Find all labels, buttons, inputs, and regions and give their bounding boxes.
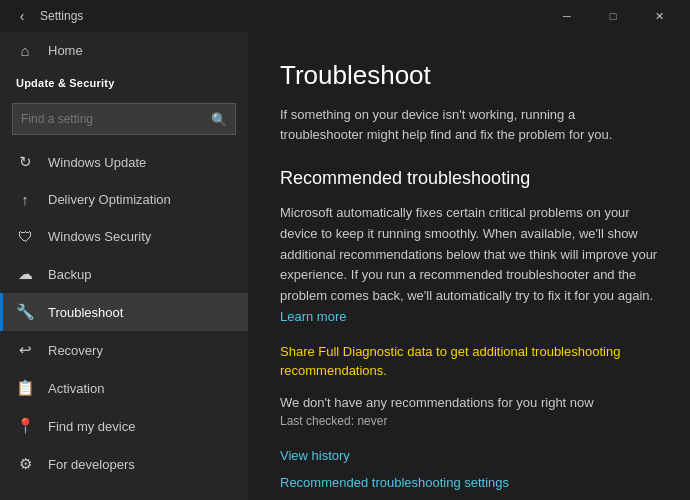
delivery-optimization-icon: ↑ bbox=[16, 191, 34, 208]
activation-icon: 📋 bbox=[16, 379, 34, 397]
sidebar: ⌂ Home Update & Security 🔍 ↻ Windows Upd… bbox=[0, 32, 248, 500]
last-checked-text: Last checked: never bbox=[280, 414, 658, 428]
troubleshoot-icon: 🔧 bbox=[16, 303, 34, 321]
sidebar-item-windows-update-label: Windows Update bbox=[48, 155, 146, 170]
share-diagnostic-link[interactable]: Share Full Diagnostic data to get additi… bbox=[280, 342, 658, 381]
sidebar-item-delivery-optimization[interactable]: ↑ Delivery Optimization bbox=[0, 181, 248, 218]
sidebar-search-container: 🔍 bbox=[12, 103, 236, 135]
search-input[interactable] bbox=[21, 112, 211, 126]
sidebar-item-recovery[interactable]: ↩ Recovery bbox=[0, 331, 248, 369]
sidebar-item-troubleshoot-label: Troubleshoot bbox=[48, 305, 123, 320]
sidebar-item-troubleshoot[interactable]: 🔧 Troubleshoot bbox=[0, 293, 248, 331]
sidebar-category: Update & Security bbox=[0, 69, 248, 95]
sidebar-item-backup-label: Backup bbox=[48, 267, 91, 282]
sidebar-item-find-my-device-label: Find my device bbox=[48, 419, 135, 434]
home-icon: ⌂ bbox=[16, 42, 34, 59]
view-history-link[interactable]: View history bbox=[280, 448, 658, 463]
for-developers-icon: ⚙ bbox=[16, 455, 34, 473]
backup-icon: ☁ bbox=[16, 265, 34, 283]
sidebar-item-activation[interactable]: 📋 Activation bbox=[0, 369, 248, 407]
sidebar-item-delivery-optimization-label: Delivery Optimization bbox=[48, 192, 171, 207]
windows-update-icon: ↻ bbox=[16, 153, 34, 171]
page-subtitle: If something on your device isn't workin… bbox=[280, 105, 658, 144]
find-my-device-icon: 📍 bbox=[16, 417, 34, 435]
recommended-section-title: Recommended troubleshooting bbox=[280, 168, 658, 189]
sidebar-item-home[interactable]: ⌂ Home bbox=[0, 32, 248, 69]
sidebar-item-recovery-label: Recovery bbox=[48, 343, 103, 358]
sidebar-item-windows-security-label: Windows Security bbox=[48, 229, 151, 244]
recommended-body: Microsoft automatically fixes certain cr… bbox=[280, 203, 658, 328]
recovery-icon: ↩ bbox=[16, 341, 34, 359]
sidebar-item-backup[interactable]: ☁ Backup bbox=[0, 255, 248, 293]
learn-more-link[interactable]: Learn more bbox=[280, 309, 346, 324]
window-controls: ─ □ ✕ bbox=[544, 0, 682, 32]
titlebar-title: Settings bbox=[36, 9, 544, 23]
no-recommendations-text: We don't have any recommendations for yo… bbox=[280, 395, 658, 410]
sidebar-item-windows-security[interactable]: 🛡 Windows Security bbox=[0, 218, 248, 255]
content-area: Troubleshoot If something on your device… bbox=[248, 32, 690, 500]
app-body: ⌂ Home Update & Security 🔍 ↻ Windows Upd… bbox=[0, 32, 690, 500]
back-button[interactable]: ‹ bbox=[8, 2, 36, 30]
sidebar-item-for-developers[interactable]: ⚙ For developers bbox=[0, 445, 248, 483]
recommended-settings-link[interactable]: Recommended troubleshooting settings bbox=[280, 475, 658, 490]
minimize-button[interactable]: ─ bbox=[544, 0, 590, 32]
page-title: Troubleshoot bbox=[280, 60, 658, 91]
titlebar: ‹ Settings ─ □ ✕ bbox=[0, 0, 690, 32]
windows-security-icon: 🛡 bbox=[16, 228, 34, 245]
search-icon: 🔍 bbox=[211, 112, 227, 127]
maximize-button[interactable]: □ bbox=[590, 0, 636, 32]
sidebar-item-activation-label: Activation bbox=[48, 381, 104, 396]
sidebar-item-find-my-device[interactable]: 📍 Find my device bbox=[0, 407, 248, 445]
sidebar-item-windows-update[interactable]: ↻ Windows Update bbox=[0, 143, 248, 181]
sidebar-item-home-label: Home bbox=[48, 43, 83, 58]
close-button[interactable]: ✕ bbox=[636, 0, 682, 32]
sidebar-item-for-developers-label: For developers bbox=[48, 457, 135, 472]
